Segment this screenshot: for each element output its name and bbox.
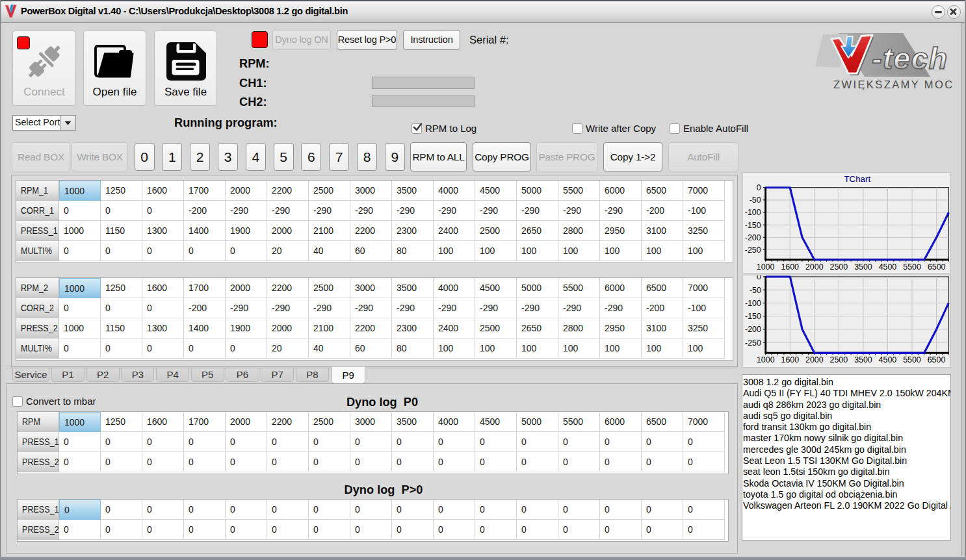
svg-text:0: 0 [757,275,761,281]
svg-text:-200: -200 [745,233,761,242]
svg-text:-100: -100 [745,299,761,308]
svg-text:-200: -200 [745,325,761,334]
svg-text:1000: 1000 [757,355,775,364]
svg-text:2000: 2000 [805,355,824,364]
svg-text:ZWIĘKSZAMY MOC: ZWIĘKSZAMY MOC [833,79,954,90]
svg-text:-250: -250 [745,246,761,255]
svg-text:2000: 2000 [805,262,824,272]
svg-text:3500: 3500 [854,262,872,272]
svg-text:2500: 2500 [830,355,848,364]
svg-text:6500: 6500 [928,262,946,272]
svg-text:-50: -50 [750,286,761,295]
svg-text:-100: -100 [745,208,761,217]
svg-text:-tech: -tech [872,41,948,75]
svg-text:2500: 2500 [830,262,848,272]
svg-text:0: 0 [757,183,761,192]
svg-text:5500: 5500 [903,262,921,272]
svg-text:4500: 4500 [879,355,897,364]
svg-text:3500: 3500 [854,355,872,364]
svg-text:-150: -150 [745,312,761,321]
svg-text:-250: -250 [745,338,761,348]
svg-text:TChart: TChart [844,174,870,184]
svg-text:1600: 1600 [781,355,800,364]
svg-text:-150: -150 [745,221,761,230]
svg-text:4500: 4500 [879,262,897,272]
svg-text:6500: 6500 [928,355,946,364]
svg-text:1000: 1000 [757,262,775,272]
svg-text:-50: -50 [750,196,761,205]
svg-text:1600: 1600 [781,262,799,272]
svg-text:5500: 5500 [903,355,921,364]
